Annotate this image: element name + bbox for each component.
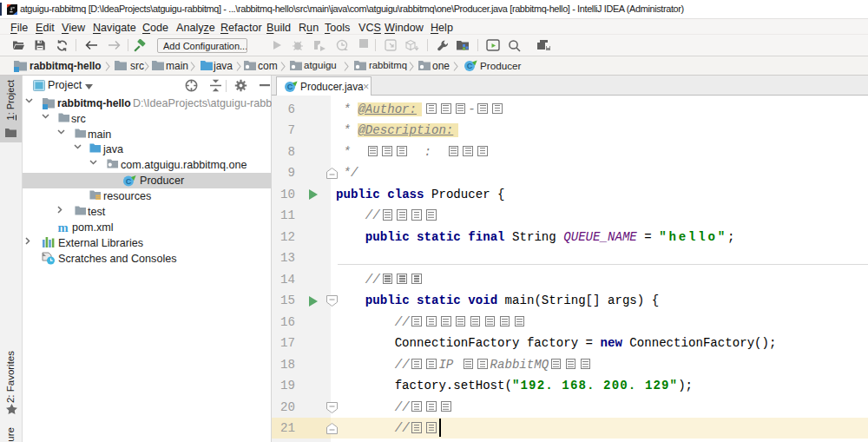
svg-text:C: C — [287, 82, 293, 91]
svg-text:C: C — [126, 177, 132, 186]
svg-text:C: C — [467, 62, 473, 70]
svg-text:m: m — [58, 221, 69, 234]
